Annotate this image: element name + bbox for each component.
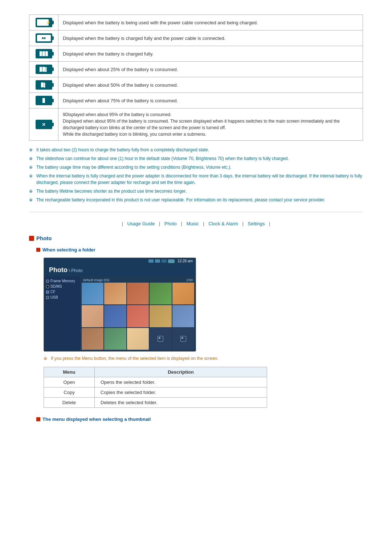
note-item-6: The rechargeable battery incorporated in…	[29, 197, 363, 203]
photo-section-title: Photo	[36, 235, 52, 241]
thumb-9	[150, 305, 171, 327]
menu-open: Open	[44, 377, 95, 387]
table-row: ▊▊▊ Displayed when the battery is charge…	[29, 46, 363, 62]
subsection-folder-title: When selecting a folder	[42, 247, 95, 253]
batt-bars-icon: ▊▊▌	[40, 67, 48, 72]
battery-description: Displayed when the battery is being used…	[58, 15, 363, 30]
topbar-icon-2	[155, 259, 160, 263]
battery-description: Displayed when the battery is charged fu…	[58, 30, 363, 46]
sidebar-dot-usb	[46, 296, 49, 299]
battery-description: Displayed when about 25% of the battery …	[58, 62, 363, 77]
photo-info-bar: default image (55) 2/30	[82, 278, 194, 283]
photo-thumbgrid	[82, 283, 194, 350]
nav-music[interactable]: Music	[187, 221, 199, 226]
nav-separator: |	[181, 221, 182, 226]
table-row: Open Opens the selected folder.	[44, 377, 267, 387]
batt-full-label: ■■	[36, 36, 52, 40]
nav-separator: |	[203, 221, 204, 226]
nav-photo[interactable]: Photo	[164, 221, 177, 226]
notes-section: It takes about two (2) hours to charge t…	[29, 147, 363, 203]
battery-icon-cell: ✕	[29, 108, 58, 141]
screenshot-note: If you press the Menu button, the menu o…	[44, 356, 363, 361]
thumb-4	[150, 283, 171, 304]
battery-description: Displayed when the battery is charged fu…	[58, 46, 363, 62]
thumb-5	[172, 283, 194, 304]
sidebar-item-usb: USB	[46, 295, 78, 299]
battery-icon-50: ▊▌	[36, 80, 52, 90]
nav-bar: | Usage Guide | Photo | Music | Clock & …	[29, 221, 363, 226]
photo-topbar: 12:26 am	[44, 258, 196, 264]
note-item-1: It takes about two (2) hours to charge t…	[29, 147, 363, 153]
sidebar-dot-cf	[46, 291, 49, 294]
note-item-4: When the internal battery is fully charg…	[29, 173, 363, 186]
col-description: Description	[95, 367, 267, 377]
section-divider	[29, 212, 363, 212]
nav-separator: |	[242, 221, 244, 226]
batt-bars-icon: ▊▌	[41, 83, 47, 87]
topbar-icon-1	[148, 259, 154, 263]
battery-topbar-icon	[168, 259, 175, 263]
menu-table: Menu Description Open Opens the selected…	[44, 367, 267, 408]
col-menu: Menu	[44, 367, 95, 377]
sidebar-label-usb: USB	[50, 295, 58, 299]
desc-delete: Deletes the selected folder.	[95, 398, 267, 408]
thumb-3	[127, 283, 149, 304]
nav-separator: |	[159, 221, 160, 226]
photo-section-icon	[29, 236, 34, 241]
thumb-10	[172, 305, 194, 327]
photo-sidebar: Frame Memory SD/MS CF USB	[44, 276, 80, 351]
thumb-7	[104, 305, 126, 327]
battery-description: 9Displayed when about 95% of the battery…	[58, 108, 363, 141]
note-item-3: The battery usage time may be different …	[29, 164, 363, 171]
thumb-8	[127, 305, 149, 327]
thumb-blank-1	[150, 328, 171, 350]
nav-usage-guide[interactable]: Usage Guide	[127, 221, 155, 226]
sidebar-label-frame: Frame Memory	[50, 279, 75, 283]
photo-section-heading: Photo	[29, 235, 363, 241]
note-item-5: The battery lifetime becomes shorter as …	[29, 188, 363, 194]
desc-open: Opens the selected folder.	[95, 377, 267, 387]
thumb-13	[127, 328, 149, 350]
thumb-blank-2	[172, 328, 194, 350]
table-header-row: Menu Description	[44, 367, 267, 377]
battery-table: ⚡ Displayed when the battery is being us…	[29, 15, 363, 141]
sidebar-dot-sdms	[46, 285, 49, 288]
menu-delete: Delete	[44, 398, 95, 408]
table-row: Copy Copies the selected folder.	[44, 387, 267, 398]
nav-settings[interactable]: Settings	[248, 221, 265, 226]
charge-arrow-icon: ⚡	[46, 20, 51, 25]
info-left: default image (55)	[83, 278, 110, 282]
sidebar-item-frame: Frame Memory	[46, 279, 78, 283]
thumb-2	[104, 283, 126, 304]
battery-icon-cell: ▊▊▌	[29, 62, 58, 77]
note-item-2: The slideshow can continue for about one…	[29, 155, 363, 162]
battery-icon-cell: ■■	[29, 30, 58, 46]
thumb-6	[82, 305, 103, 327]
sidebar-label-sdms: SD/MS	[50, 284, 62, 288]
subsection-icon	[36, 248, 40, 252]
sidebar-dot-frame	[46, 280, 49, 283]
battery-description: Displayed when about 50% of the battery …	[58, 77, 363, 93]
subsection-thumb-icon	[36, 417, 40, 421]
battery-icon-cell: ▊▌	[29, 77, 58, 93]
nav-separator: |	[122, 221, 123, 226]
sidebar-label-cf: CF	[50, 290, 55, 294]
batt-x-icon: ✕	[42, 122, 46, 127]
table-row: ✕ 9Displayed when about 95% of the batte…	[29, 108, 363, 141]
nav-clock-alarm[interactable]: Clock & Alarm	[208, 221, 238, 226]
table-row: ⚡ Displayed when the battery is being us…	[29, 15, 363, 30]
thumb-1	[82, 283, 103, 304]
placeholder-icon-2	[180, 336, 186, 342]
batt-bars-icon: ▊▊▊	[40, 52, 48, 56]
battery-icon-cell: ▊	[29, 93, 58, 108]
photo-content: Frame Memory SD/MS CF USB	[44, 276, 196, 351]
table-row: ▊ Displayed when about 75% of the batter…	[29, 93, 363, 108]
desc-copy: Copies the selected folder.	[95, 387, 267, 398]
topbar-time: 12:26 am	[177, 259, 193, 263]
sidebar-item-cf: CF	[46, 290, 78, 294]
nav-separator: |	[269, 221, 270, 226]
battery-icon-low: ✕	[36, 120, 52, 129]
battery-icon-charging: ⚡	[36, 18, 52, 27]
placeholder-icon-1	[158, 336, 163, 342]
batt-bars-icon: ▊	[42, 98, 45, 103]
